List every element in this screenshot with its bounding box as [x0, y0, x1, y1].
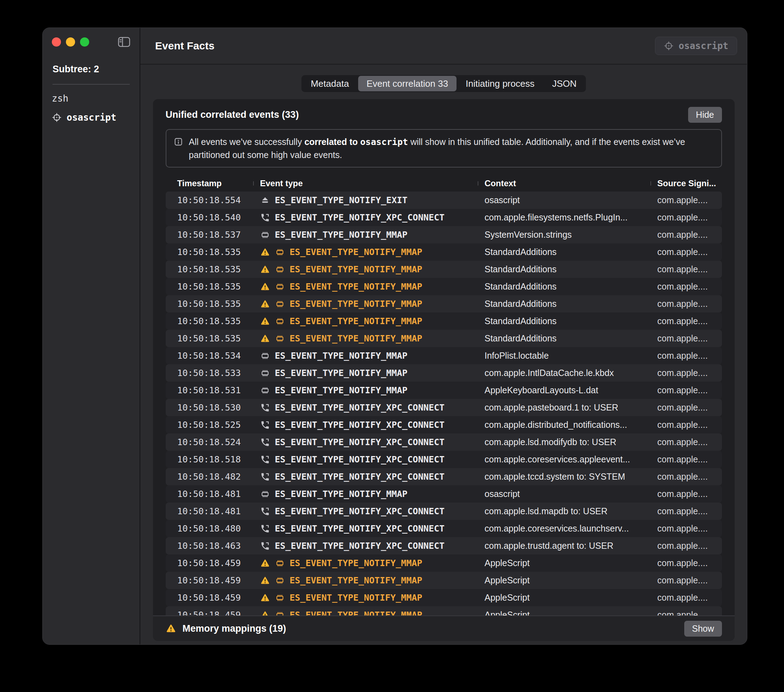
- info-banner: All events we’ve successfully correlated…: [166, 129, 722, 168]
- tab-json[interactable]: JSON: [544, 76, 585, 91]
- panel-title: Unified correlated events (33): [166, 109, 299, 120]
- info-icon: [173, 137, 183, 147]
- close-window-button[interactable]: [52, 37, 61, 46]
- column-header-event-type[interactable]: Event type: [253, 178, 478, 188]
- info-text: All events we’ve successfully correlated…: [189, 135, 703, 161]
- event-source: com.apple....: [651, 472, 722, 482]
- event-type-cell: ES_EVENT_TYPE_NOTIFY_XPC_CONNECT: [253, 541, 478, 551]
- event-row[interactable]: 10:50:18.524: [166, 433, 722, 451]
- event-row[interactable]: 10:50:18.554: [166, 192, 722, 209]
- event-row[interactable]: 10:50:18.480: [166, 520, 722, 537]
- event-context: osascript: [478, 195, 651, 205]
- tab-initiating-process[interactable]: Initiating process: [457, 76, 543, 91]
- event-row[interactable]: 10:50:18.525: [166, 416, 722, 433]
- event-source: com.apple....: [651, 403, 722, 413]
- event-type-cell: ES_EVENT_TYPE_NOTIFY_MMAP: [253, 264, 478, 274]
- event-source: com.apple....: [651, 299, 722, 309]
- process-badge-button[interactable]: osascript: [655, 37, 737, 55]
- event-row[interactable]: 10:50:18.537: [166, 226, 722, 243]
- column-header-timestamp[interactable]: Timestamp: [166, 178, 253, 188]
- event-source: com.apple....: [651, 195, 722, 205]
- phone-arrow-icon: [260, 403, 270, 413]
- event-context: StandardAdditions: [478, 264, 651, 274]
- event-timestamp: 10:50:18.531: [166, 385, 253, 395]
- event-context: StandardAdditions: [478, 299, 651, 309]
- event-type: ES_EVENT_TYPE_NOTIFY_MMAP: [290, 299, 422, 309]
- event-source: com.apple....: [651, 247, 722, 257]
- event-source: com.apple....: [651, 420, 722, 430]
- memory-chip-icon: [275, 316, 285, 326]
- memory-chip-icon: [275, 247, 285, 257]
- event-row[interactable]: 10:50:18.530: [166, 399, 722, 416]
- column-header-source-signing-id[interactable]: Source Signi...: [651, 178, 722, 188]
- event-timestamp: 10:50:18.535: [166, 299, 253, 309]
- event-timestamp: 10:50:18.535: [166, 247, 253, 257]
- event-type-cell: ES_EVENT_TYPE_NOTIFY_MMAP: [253, 593, 478, 603]
- event-source: com.apple....: [651, 437, 722, 447]
- event-source: com.apple....: [651, 524, 722, 533]
- event-row[interactable]: 10:50:18.535: [166, 261, 722, 278]
- event-row[interactable]: 10:50:18.459: [166, 555, 722, 572]
- event-type-cell: ES_EVENT_TYPE_NOTIFY_MMAP: [253, 316, 478, 326]
- event-row[interactable]: 10:50:18.535: [166, 312, 722, 330]
- tab-metadata[interactable]: Metadata: [302, 76, 357, 91]
- minimize-window-button[interactable]: [66, 37, 75, 46]
- event-timestamp: 10:50:18.530: [166, 403, 253, 413]
- event-row[interactable]: 10:50:18.535: [166, 330, 722, 347]
- show-button[interactable]: Show: [684, 621, 722, 637]
- event-row[interactable]: 10:50:18.535: [166, 278, 722, 295]
- event-row[interactable]: 10:50:18.481: [166, 503, 722, 520]
- event-timestamp: 10:50:18.525: [166, 420, 253, 430]
- column-header-context[interactable]: Context: [478, 178, 651, 188]
- event-context: com.apple.coreservices.appleevent...: [478, 454, 651, 464]
- process-label: zsh: [52, 93, 68, 104]
- event-timestamp: 10:50:18.518: [166, 454, 253, 464]
- event-source: com.apple....: [651, 368, 722, 378]
- event-type-cell: ES_EVENT_TYPE_NOTIFY_XPC_CONNECT: [253, 472, 478, 482]
- event-source: com.apple....: [651, 489, 722, 499]
- event-row[interactable]: 10:50:18.459: [166, 572, 722, 589]
- sidebar-item-osascript[interactable]: osascript: [52, 112, 130, 123]
- memory-chip-icon: [275, 282, 285, 292]
- sidebar-toggle-icon[interactable]: [118, 37, 130, 47]
- event-row[interactable]: 10:50:18.533: [166, 364, 722, 382]
- tab-event-correlation[interactable]: Event correlation 33: [358, 76, 456, 91]
- event-context: AppleScript: [478, 593, 651, 603]
- memory-mappings-group: Memory mappings (19): [166, 623, 286, 634]
- event-row[interactable]: 10:50:18.540: [166, 209, 722, 226]
- event-row[interactable]: 10:50:18.459: [166, 589, 722, 606]
- event-timestamp: 10:50:18.480: [166, 524, 253, 533]
- event-context: com.apple.distributed_notifications...: [478, 420, 651, 430]
- zoom-window-button[interactable]: [80, 37, 89, 46]
- event-row[interactable]: 10:50:18.518: [166, 451, 722, 468]
- event-source: com.apple....: [651, 541, 722, 551]
- event-type-cell: ES_EVENT_TYPE_NOTIFY_MMAP: [253, 247, 478, 257]
- memory-chip-icon: [260, 385, 270, 395]
- event-row[interactable]: 10:50:18.531: [166, 382, 722, 399]
- event-type: ES_EVENT_TYPE_NOTIFY_MMAP: [275, 350, 407, 361]
- event-source: com.apple....: [651, 281, 722, 292]
- event-context: com.apple.lsd.mapdb to: USER: [478, 506, 651, 516]
- event-context: StandardAdditions: [478, 333, 651, 344]
- tab-bar: Metadata Event correlation 33 Initiating…: [301, 75, 586, 92]
- event-row[interactable]: 10:50:18.482: [166, 468, 722, 485]
- memory-chip-icon: [275, 299, 285, 309]
- event-row[interactable]: 10:50:18.534: [166, 347, 722, 364]
- event-type: ES_EVENT_TYPE_NOTIFY_XPC_CONNECT: [275, 454, 445, 464]
- event-type-cell: ES_EVENT_TYPE_NOTIFY_MMAP: [253, 575, 478, 585]
- event-context: StandardAdditions: [478, 247, 651, 257]
- event-row[interactable]: 10:50:18.459: [166, 606, 722, 616]
- sidebar-item-zsh[interactable]: zsh: [52, 93, 130, 104]
- hide-button[interactable]: Hide: [688, 107, 721, 123]
- memory-chip-icon: [260, 489, 270, 499]
- event-row[interactable]: 10:50:18.535: [166, 295, 722, 312]
- event-timestamp: 10:50:18.459: [166, 593, 253, 603]
- event-type: ES_EVENT_TYPE_NOTIFY_MMAP: [290, 281, 422, 292]
- event-row[interactable]: 10:50:18.463: [166, 537, 722, 555]
- event-row[interactable]: 10:50:18.535: [166, 243, 722, 261]
- event-context: InfoPlist.loctable: [478, 350, 651, 361]
- event-source: com.apple....: [651, 575, 722, 585]
- phone-arrow-icon: [260, 455, 270, 464]
- event-type-cell: ES_EVENT_TYPE_NOTIFY_MMAP: [253, 350, 478, 361]
- event-row[interactable]: 10:50:18.481: [166, 485, 722, 503]
